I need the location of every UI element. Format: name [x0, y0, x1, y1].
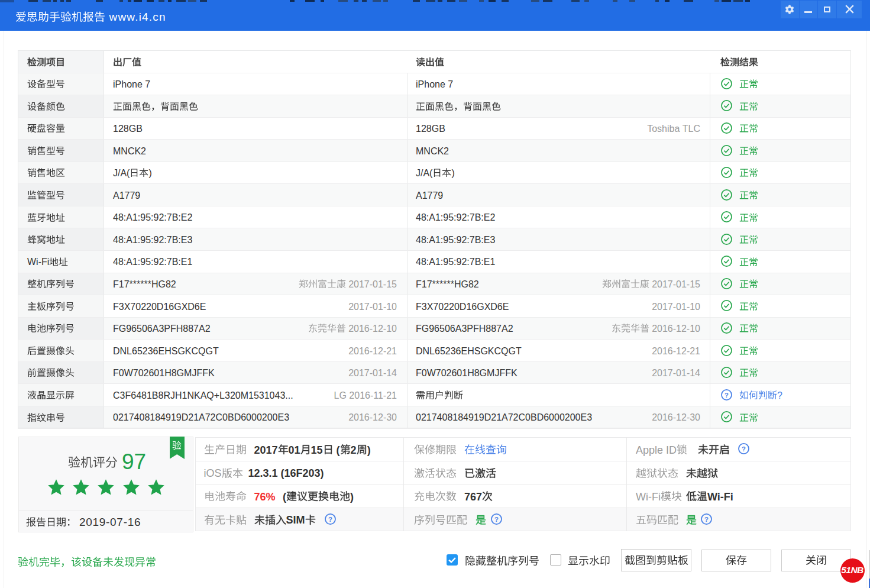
svg-text:?: ? — [725, 391, 729, 398]
svg-text:?: ? — [704, 516, 709, 523]
svg-text:?: ? — [494, 516, 499, 523]
svg-text:?: ? — [328, 516, 332, 523]
svg-text:?: ? — [742, 445, 746, 453]
